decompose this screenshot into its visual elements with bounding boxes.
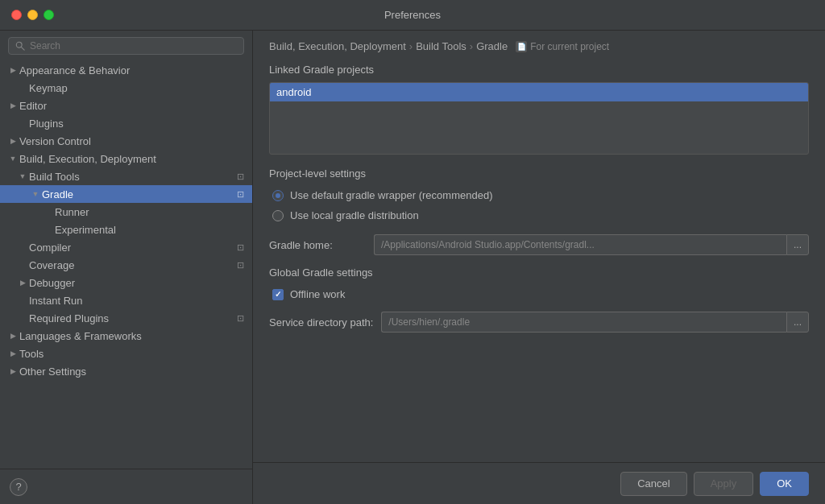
search-box[interactable]	[8, 37, 244, 55]
offline-work-row[interactable]: Offline work	[269, 288, 809, 300]
tree-arrow	[6, 134, 19, 147]
sidebar-item-label: Runner	[55, 206, 252, 218]
sidebar-item-compiler[interactable]: Compiler ⊡	[0, 238, 252, 256]
breadcrumb-project-label: For current project	[530, 41, 609, 52]
tree-arrow	[16, 258, 29, 271]
tree-arrow	[42, 223, 55, 236]
sidebar-item-build-exec-deploy[interactable]: Build, Execution, Deployment	[0, 150, 252, 167]
linked-projects-box[interactable]: android	[269, 82, 809, 155]
sidebar-item-plugins[interactable]: Plugins	[0, 114, 252, 132]
sidebar-item-label: Appearance & Behavior	[19, 64, 252, 76]
linked-project-item[interactable]: android	[270, 83, 808, 101]
sidebar-item-label: Debugger	[29, 277, 252, 289]
tree-arrow	[16, 241, 29, 254]
gradle-home-browse-button[interactable]: ...	[786, 234, 809, 255]
radio-local-distribution-label: Use local gradle distribution	[290, 209, 419, 221]
sidebar-item-label: Languages & Frameworks	[19, 330, 252, 342]
offline-work-label: Offline work	[290, 288, 345, 300]
sidebar-item-editor[interactable]: Editor	[0, 97, 252, 114]
tree-arrow	[16, 294, 29, 307]
maximize-button[interactable]	[44, 10, 54, 20]
sidebar-item-tools[interactable]: Tools	[0, 345, 252, 362]
radio-local-distribution-circle[interactable]	[272, 210, 284, 221]
service-dir-input-wrap: ...	[381, 312, 809, 333]
sidebar-item-languages-frameworks[interactable]: Languages & Frameworks	[0, 327, 252, 345]
ok-button[interactable]: OK	[760, 472, 809, 496]
sidebar-item-appearance[interactable]: Appearance & Behavior	[0, 61, 252, 79]
sidebar-item-label: Keymap	[29, 82, 252, 94]
linked-projects-title: Linked Gradle projects	[269, 64, 809, 76]
settings-icon: ⊡	[234, 312, 246, 324]
breadcrumb-sep-1: ›	[409, 40, 412, 52]
close-button[interactable]	[11, 10, 22, 20]
sidebar-item-label: Required Plugins	[29, 312, 234, 324]
sidebar: Appearance & Behavior Keymap Editor Plug…	[0, 31, 253, 504]
tree-arrow	[42, 205, 55, 218]
service-dir-row: Service directory path: ...	[269, 312, 809, 333]
tree-arrow	[29, 188, 42, 200]
sidebar-item-required-plugins[interactable]: Required Plugins ⊡	[0, 309, 252, 327]
sidebar-item-instant-run[interactable]: Instant Run	[0, 291, 252, 309]
sidebar-item-build-tools[interactable]: Build Tools ⊡	[0, 167, 252, 185]
sidebar-item-other-settings[interactable]: Other Settings	[0, 362, 252, 380]
linked-project-label: android	[276, 86, 311, 98]
service-dir-input[interactable]	[381, 312, 786, 333]
radio-default-wrapper-label: Use default gradle wrapper (recommended)	[290, 189, 492, 201]
sidebar-bottom: ?	[0, 469, 252, 504]
breadcrumb: Build, Execution, Deployment › Build Too…	[253, 31, 825, 60]
sidebar-item-label: Plugins	[29, 118, 252, 130]
sidebar-item-label: Compiler	[29, 242, 234, 254]
project-icon: 📄	[516, 41, 527, 52]
main-layout: Appearance & Behavior Keymap Editor Plug…	[0, 31, 825, 504]
radio-default-wrapper[interactable]: Use default gradle wrapper (recommended)	[272, 189, 809, 201]
radio-default-wrapper-circle[interactable]	[272, 190, 284, 201]
sidebar-item-keymap[interactable]: Keymap	[0, 79, 252, 97]
sidebar-item-version-control[interactable]: Version Control	[0, 132, 252, 150]
title-bar: Preferences	[0, 0, 825, 31]
apply-button[interactable]: Apply	[694, 472, 754, 496]
search-icon	[15, 41, 25, 51]
service-dir-browse-button[interactable]: ...	[786, 312, 809, 333]
sidebar-item-label: Editor	[19, 100, 252, 112]
gradle-home-input[interactable]	[374, 234, 786, 255]
browse-dots: ...	[794, 239, 802, 250]
help-button[interactable]: ?	[10, 478, 27, 496]
tree-arrow	[16, 276, 29, 289]
radio-local-distribution[interactable]: Use local gradle distribution	[272, 209, 809, 221]
sidebar-item-debugger[interactable]: Debugger	[0, 274, 252, 291]
minimize-button[interactable]	[27, 10, 38, 20]
content-scroll: Linked Gradle projects android Project-l…	[253, 60, 825, 462]
svg-line-1	[22, 48, 25, 51]
cancel-button[interactable]: Cancel	[620, 472, 686, 496]
breadcrumb-current: Gradle	[476, 40, 508, 52]
gradle-home-label: Gradle home:	[269, 239, 366, 251]
settings-icon: ⊡	[234, 171, 246, 182]
tree-arrow	[6, 64, 19, 76]
tree-arrow	[6, 365, 19, 378]
sidebar-item-label: Tools	[19, 348, 252, 360]
settings-icon: ⊡	[234, 188, 246, 200]
gradle-home-input-wrap: ...	[374, 234, 809, 255]
svg-point-0	[16, 42, 22, 48]
settings-icon: ⊡	[234, 259, 246, 271]
button-bar: Cancel Apply OK	[253, 462, 825, 504]
sidebar-item-label: Build Tools	[29, 171, 234, 183]
sidebar-item-experimental[interactable]: Experimental	[0, 221, 252, 238]
sidebar-item-label: Instant Run	[29, 295, 252, 307]
breadcrumb-project: 📄 For current project	[516, 41, 609, 52]
tree-arrow	[16, 117, 29, 130]
sidebar-item-runner[interactable]: Runner	[0, 203, 252, 221]
breadcrumb-part-1: Build, Execution, Deployment	[269, 40, 406, 52]
breadcrumb-part-2: Build Tools	[416, 40, 466, 52]
search-input[interactable]	[30, 40, 237, 52]
sidebar-item-label: Experimental	[55, 224, 252, 236]
sidebar-item-label: Build, Execution, Deployment	[19, 153, 252, 165]
tree-arrow	[6, 329, 19, 342]
breadcrumb-sep-2: ›	[470, 40, 473, 52]
sidebar-item-coverage[interactable]: Coverage ⊡	[0, 256, 252, 274]
sidebar-item-label: Version Control	[19, 135, 252, 147]
tree-arrow	[6, 99, 19, 112]
content-area: Build, Execution, Deployment › Build Too…	[253, 31, 825, 504]
sidebar-item-gradle[interactable]: Gradle ⊡	[0, 185, 252, 203]
offline-work-checkbox[interactable]	[272, 289, 284, 300]
